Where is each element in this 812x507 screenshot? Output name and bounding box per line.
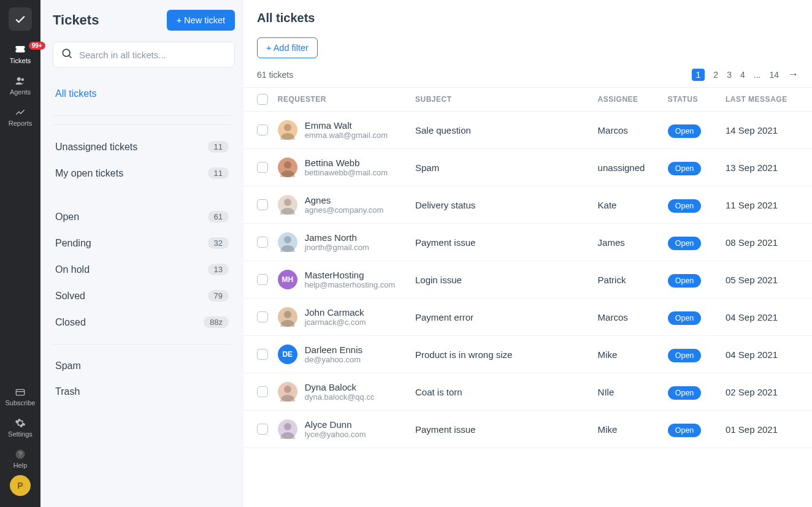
sidebar-item-solved[interactable]: Solved79 — [53, 283, 231, 309]
page-link[interactable]: 2 — [713, 70, 718, 80]
requester-avatar — [278, 120, 297, 140]
status-badge: Open — [668, 199, 702, 213]
page-ellipsis: ... — [754, 70, 761, 80]
sidebar-item-my-open-tickets[interactable]: My open tickets11 — [53, 160, 231, 186]
page-link[interactable]: 4 — [740, 70, 745, 80]
ticket-subject: Delivery status — [415, 200, 598, 210]
row-checkbox[interactable] — [257, 274, 268, 285]
row-checkbox[interactable] — [257, 349, 268, 360]
nav-item-label: Agents — [9, 88, 33, 96]
requester-email: agnes@company.com — [305, 205, 384, 215]
status-badge: Open — [668, 424, 702, 437]
table-row[interactable]: Dyna Balockdyna.balock@qq.ccCoat is torn… — [243, 373, 812, 411]
nav-badge: 99+ — [29, 42, 45, 50]
table-row[interactable]: MHMasterHostinghelp@masterhosting.comLog… — [243, 261, 812, 299]
nav-item-help[interactable]: ?Help — [6, 444, 36, 475]
sidebar-item-unassigned-tickets[interactable]: Unassigned tickets11 — [53, 134, 231, 160]
ticket-assignee: Marcos — [598, 125, 668, 135]
requester-avatar: MH — [278, 270, 297, 289]
app-logo — [9, 7, 32, 31]
ticket-subject: Coat is torn — [415, 387, 598, 397]
status-badge: Open — [668, 124, 702, 138]
requester-avatar — [278, 419, 297, 439]
table-row[interactable]: DEDarleen Ennisde@yahoo.comProduct is in… — [243, 336, 812, 373]
table-row[interactable]: James Northjnorth@gmail.comPayment issue… — [243, 224, 812, 261]
nav-item-settings[interactable]: Settings — [6, 413, 36, 444]
sidebar-item-label: Trash — [55, 386, 80, 397]
nav-item-label: Subscribe — [6, 399, 36, 406]
table-row[interactable]: Emma Waltemma.walt@gmail.comSale questio… — [243, 112, 812, 149]
svg-point-9 — [284, 161, 291, 169]
search-box[interactable] — [53, 42, 235, 67]
search-icon — [61, 47, 73, 62]
col-status: STATUS — [668, 95, 726, 104]
svg-text:?: ? — [18, 451, 22, 458]
nav-rail: Tickets99+AgentsReports SubscribeSetting… — [0, 0, 40, 507]
row-checkbox[interactable] — [257, 237, 268, 248]
requester-email: lyce@yahoo.com — [305, 430, 366, 439]
row-checkbox[interactable] — [257, 199, 268, 210]
current-user-avatar[interactable]: P — [10, 475, 31, 496]
ticket-assignee: James — [598, 237, 668, 248]
page-current[interactable]: 1 — [692, 69, 705, 81]
sidebar-item-label: Spam — [55, 360, 81, 372]
sidebar-item-count: 13 — [208, 264, 229, 275]
svg-point-13 — [284, 386, 291, 393]
card-icon — [6, 387, 36, 397]
svg-rect-2 — [16, 389, 24, 395]
sidebar-item-closed[interactable]: Closed88z — [53, 309, 231, 335]
pagination: 1 2 3 4 ... 14 → — [692, 68, 799, 81]
table-row[interactable]: Alyce Dunnlyce@yahoo.comPayment issueMik… — [243, 411, 812, 448]
row-checkbox[interactable] — [257, 162, 268, 173]
svg-point-11 — [284, 236, 291, 243]
row-checkbox[interactable] — [257, 386, 268, 397]
new-ticket-button[interactable]: + New ticket — [167, 10, 235, 31]
nav-item-subscribe[interactable]: Subscribe — [6, 383, 36, 413]
nav-item-reports[interactable]: Reports — [9, 102, 33, 133]
page-link[interactable]: 3 — [727, 70, 732, 80]
gear-icon — [6, 417, 36, 429]
nav-item-agents[interactable]: Agents — [9, 71, 33, 102]
row-checkbox[interactable] — [257, 124, 268, 135]
add-filter-button[interactable]: + Add filter — [257, 37, 318, 58]
search-input[interactable] — [79, 50, 227, 60]
table-row[interactable]: Agnesagnes@company.comDelivery statusKat… — [243, 186, 812, 224]
nav-item-label: Reports — [9, 120, 33, 127]
select-all-checkbox[interactable] — [257, 94, 268, 105]
sidebar-item-pending[interactable]: Pending32 — [53, 230, 231, 256]
col-assignee: ASSIGNEE — [598, 95, 668, 104]
table-row[interactable]: John Carmackjcarmack@c.comPayment errorM… — [243, 299, 812, 336]
row-checkbox[interactable] — [257, 424, 268, 435]
svg-point-8 — [284, 124, 291, 131]
sidebar-item-label: Solved — [55, 291, 85, 302]
row-checkbox[interactable] — [257, 311, 268, 322]
status-badge: Open — [668, 237, 702, 250]
ticket-date: 11 Sep 2021 — [726, 200, 799, 210]
sidebar-item-on-hold[interactable]: On hold13 — [53, 256, 231, 283]
ticket-date: 04 Sep 2021 — [726, 349, 799, 360]
sidebar-item-all-tickets[interactable]: All tickets — [53, 81, 231, 107]
requester-avatar: DE — [278, 345, 297, 364]
sidebar-item-label: All tickets — [55, 88, 97, 99]
sidebar-item-label: Closed — [55, 317, 86, 328]
requester-email: bettinawebb@mail.com — [305, 168, 388, 177]
next-page-icon[interactable]: → — [787, 68, 799, 81]
page-last[interactable]: 14 — [769, 70, 779, 80]
ticket-assignee: NIle — [598, 387, 668, 397]
sidebar-item-spam[interactable]: Spam — [53, 353, 231, 379]
sidebar-item-open[interactable]: Open61 — [53, 204, 231, 230]
table-row[interactable]: Bettina Webbbettinawebb@mail.comSpamunas… — [243, 149, 812, 186]
requester-name: Emma Walt — [305, 120, 388, 131]
sidebar-title: Tickets — [53, 12, 99, 28]
ticket-date: 14 Sep 2021 — [726, 125, 799, 135]
ticket-subject: Spam — [415, 162, 598, 173]
sidebar-item-trash[interactable]: Trash — [53, 379, 231, 405]
requester-email: dyna.balock@qq.cc — [305, 392, 375, 402]
ticket-assignee: Patrick — [598, 275, 668, 285]
ticket-count: 61 tickets — [257, 70, 293, 80]
chart-icon — [9, 107, 33, 118]
requester-name: MasterHosting — [305, 270, 396, 280]
svg-point-12 — [284, 311, 291, 318]
nav-item-tickets[interactable]: Tickets99+ — [9, 39, 33, 71]
ticket-subject: Payment issue — [415, 237, 598, 248]
